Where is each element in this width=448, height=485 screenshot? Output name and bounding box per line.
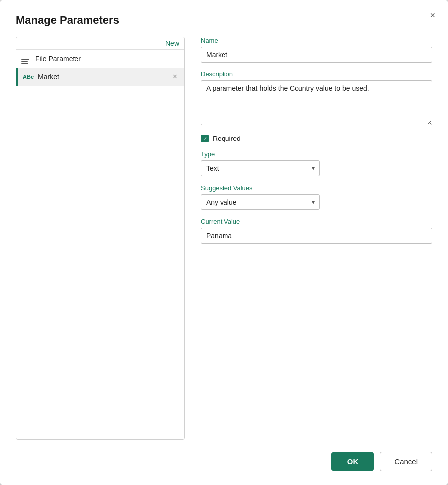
name-field-group: Name [201, 37, 432, 63]
list-icon [21, 54, 31, 64]
right-panel: Name Description A parameter that holds … [201, 37, 432, 440]
type-label: Type [201, 150, 432, 158]
current-value-field-group: Current Value [201, 218, 432, 244]
manage-parameters-dialog: Manage Parameters × New File Parameter [0, 0, 448, 485]
name-input[interactable] [201, 47, 432, 63]
dialog-footer: OK Cancel [16, 440, 432, 471]
required-label: Required [213, 135, 241, 142]
abc-icon: ABc [23, 74, 34, 80]
type-select[interactable]: Text Number Date True/False Duration Bin… [201, 160, 320, 176]
delete-market-button[interactable]: × [171, 72, 179, 82]
type-field-group: Type Text Number Date True/False Duratio… [201, 150, 432, 176]
current-value-label: Current Value [201, 218, 432, 225]
suggested-select-wrapper: Any value List of values Query ▾ [201, 194, 320, 210]
dialog-title: Manage Parameters [16, 14, 432, 27]
description-input[interactable]: A parameter that holds the Country value… [201, 80, 432, 125]
suggested-values-select[interactable]: Any value List of values Query [201, 194, 320, 210]
param-list: File Parameter ABc Market × [16, 50, 184, 439]
required-row: ✓ Required [201, 135, 432, 142]
close-button[interactable]: × [428, 9, 437, 22]
param-item-market[interactable]: ABc Market × [16, 68, 184, 86]
param-label-file-parameter: File Parameter [35, 55, 179, 63]
name-label: Name [201, 37, 432, 44]
suggested-values-field-group: Suggested Values Any value List of value… [201, 184, 432, 210]
new-link[interactable]: New [16, 37, 184, 50]
check-mark-icon: ✓ [203, 136, 207, 141]
cancel-button[interactable]: Cancel [380, 452, 432, 471]
param-label-market: Market [38, 73, 167, 81]
left-panel: New File Parameter ABc Market × [16, 37, 185, 440]
description-field-group: Description A parameter that holds the C… [201, 70, 432, 127]
required-checkbox[interactable]: ✓ [201, 135, 209, 142]
description-label: Description [201, 70, 432, 78]
type-select-wrapper: Text Number Date True/False Duration Bin… [201, 160, 320, 176]
suggested-values-label: Suggested Values [201, 184, 432, 192]
param-item-file-parameter[interactable]: File Parameter [16, 50, 184, 68]
ok-button[interactable]: OK [331, 452, 374, 471]
dialog-body: New File Parameter ABc Market × [16, 37, 432, 440]
current-value-input[interactable] [201, 228, 432, 244]
